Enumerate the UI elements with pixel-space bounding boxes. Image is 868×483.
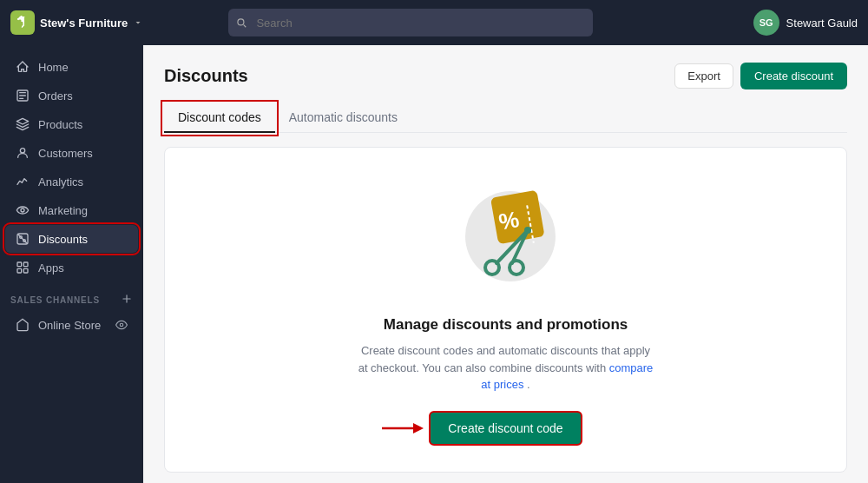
analytics-icon: [16, 175, 30, 189]
svg-point-10: [120, 323, 123, 327]
sidebar-label-products: Products: [38, 118, 82, 131]
sidebar-item-discounts[interactable]: Discounts: [5, 225, 138, 253]
svg-rect-9: [23, 268, 28, 273]
export-button[interactable]: Export: [674, 63, 733, 89]
store-dropdown-icon[interactable]: [133, 17, 143, 28]
user-badge: SG Stewart Gauld: [753, 10, 858, 36]
main-content: Discounts Export Create discount Discoun…: [143, 45, 868, 483]
sidebar-item-apps[interactable]: Apps: [5, 254, 138, 281]
page-header: Discounts Export Create discount: [164, 63, 847, 89]
svg-marker-21: [413, 423, 424, 433]
tabs-bar: Discount codes Automatic discounts: [164, 103, 847, 133]
sidebar-item-marketing[interactable]: Marketing: [5, 196, 138, 224]
eye-icon[interactable]: [115, 319, 128, 331]
sidebar-item-customers[interactable]: Customers: [5, 139, 138, 167]
home-icon: [16, 60, 30, 74]
apps-icon: [16, 261, 30, 275]
tab-automatic-discounts[interactable]: Automatic discounts: [275, 103, 411, 133]
marketing-icon: [16, 203, 30, 217]
svg-rect-8: [17, 268, 22, 273]
create-discount-code-button[interactable]: Create discount code: [429, 411, 582, 446]
sidebar-label-customers: Customers: [38, 147, 93, 160]
sidebar-item-products[interactable]: Products: [5, 110, 138, 138]
arrow-indicator: [380, 418, 424, 439]
svg-point-19: [524, 227, 531, 234]
user-name: Stewart Gauld: [786, 17, 858, 30]
svg-rect-7: [23, 262, 28, 267]
sidebar-label-analytics: Analytics: [38, 175, 83, 189]
sidebar-label-marketing: Marketing: [38, 204, 88, 217]
products-icon: [16, 117, 30, 131]
page-title: Discounts: [164, 66, 248, 86]
sidebar-item-home[interactable]: Home: [5, 53, 138, 81]
customers-icon: [16, 146, 30, 160]
search-icon: [235, 17, 247, 29]
online-store-label: Online Store: [38, 319, 101, 332]
store-name: Stew's Furniture: [40, 17, 128, 30]
sidebar: Home Orders Products Customers Analytics…: [0, 45, 143, 483]
sidebar-label-orders: Orders: [38, 89, 73, 103]
svg-point-1: [20, 149, 24, 153]
sidebar-label-discounts: Discounts: [38, 233, 88, 246]
sidebar-label-home: Home: [38, 61, 69, 74]
header-actions: Export Create discount: [674, 63, 847, 89]
create-discount-button[interactable]: Create discount: [740, 63, 847, 89]
sidebar-item-orders[interactable]: Orders: [5, 82, 138, 109]
top-nav: Stew's Furniture SG Stewart Gauld: [0, 0, 868, 45]
sidebar-label-apps: Apps: [38, 261, 64, 275]
empty-state-card: % Manage discounts and promotions: [164, 147, 847, 473]
create-discount-code-wrapper: Create discount code: [429, 411, 582, 446]
search-input[interactable]: [228, 9, 593, 36]
sales-channels-title: SALES CHANNELS: [0, 282, 143, 310]
empty-state-description: Create discount codes and automatic disc…: [358, 342, 654, 394]
svg-point-2: [21, 208, 24, 212]
svg-rect-6: [17, 262, 22, 267]
empty-illustration: %: [445, 182, 567, 295]
add-sales-channel-icon[interactable]: [121, 293, 133, 307]
online-store-icon: [16, 318, 30, 332]
orders-icon: [16, 89, 30, 103]
sidebar-item-online-store[interactable]: Online Store: [5, 311, 138, 339]
sidebar-item-analytics[interactable]: Analytics: [5, 168, 138, 195]
store-logo[interactable]: Stew's Furniture: [10, 10, 143, 35]
tab-discount-codes[interactable]: Discount codes: [164, 103, 275, 133]
shopify-logo: [10, 10, 35, 35]
avatar[interactable]: SG: [753, 10, 779, 36]
empty-state-title: Manage discounts and promotions: [384, 316, 628, 334]
search-bar: [228, 9, 593, 36]
discounts-icon: [16, 232, 30, 246]
